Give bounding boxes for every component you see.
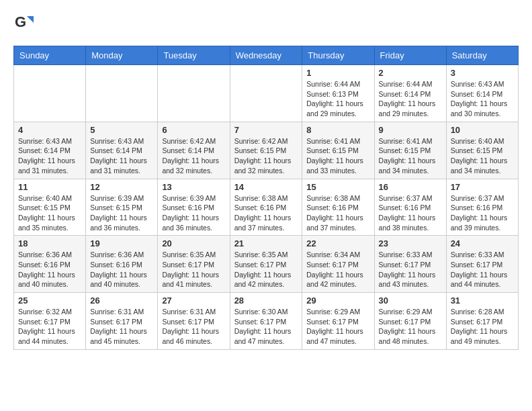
calendar-cell: 7Sunrise: 6:42 AMSunset: 6:15 PMDaylight… — [230, 122, 302, 179]
calendar-cell: 10Sunrise: 6:40 AMSunset: 6:15 PMDayligh… — [446, 122, 518, 179]
calendar-cell: 24Sunrise: 6:33 AMSunset: 6:17 PMDayligh… — [446, 236, 518, 293]
calendar-cell: 28Sunrise: 6:30 AMSunset: 6:17 PMDayligh… — [230, 293, 302, 350]
weekday-header-wednesday: Wednesday — [230, 46, 302, 65]
day-info: Sunrise: 6:34 AMSunset: 6:17 PMDaylight:… — [306, 250, 369, 289]
day-info: Sunrise: 6:39 AMSunset: 6:16 PMDaylight:… — [162, 193, 225, 233]
day-number: 1 — [306, 68, 369, 78]
day-number: 6 — [162, 125, 225, 135]
day-number: 17 — [451, 182, 514, 192]
day-number: 25 — [18, 295, 81, 306]
calendar-cell: 26Sunrise: 6:31 AMSunset: 6:17 PMDayligh… — [86, 293, 158, 350]
day-number: 21 — [234, 238, 298, 248]
weekday-header-sunday: Sunday — [14, 46, 86, 65]
day-info: Sunrise: 6:37 AMSunset: 6:16 PMDaylight:… — [451, 193, 514, 233]
calendar-cell: 27Sunrise: 6:31 AMSunset: 6:17 PMDayligh… — [158, 293, 230, 350]
calendar-cell: 14Sunrise: 6:38 AMSunset: 6:16 PMDayligh… — [230, 179, 302, 236]
calendar-week-row: 4Sunrise: 6:43 AMSunset: 6:14 PMDaylight… — [14, 122, 519, 179]
calendar-cell — [14, 65, 86, 122]
page-header: G — [13, 13, 519, 35]
weekday-header-thursday: Thursday — [302, 46, 374, 65]
day-number: 5 — [90, 125, 153, 135]
day-number: 28 — [234, 295, 298, 306]
day-info: Sunrise: 6:42 AMSunset: 6:15 PMDaylight:… — [234, 136, 298, 176]
day-info: Sunrise: 6:38 AMSunset: 6:16 PMDaylight:… — [306, 193, 369, 233]
day-number: 13 — [162, 182, 225, 192]
day-number: 30 — [379, 295, 442, 306]
day-info: Sunrise: 6:40 AMSunset: 6:15 PMDaylight:… — [18, 193, 81, 233]
calendar-cell: 9Sunrise: 6:41 AMSunset: 6:15 PMDaylight… — [374, 122, 446, 179]
weekday-header-saturday: Saturday — [446, 46, 518, 65]
day-info: Sunrise: 6:36 AMSunset: 6:16 PMDaylight:… — [18, 250, 81, 289]
day-number: 22 — [306, 238, 369, 248]
day-number: 8 — [306, 125, 369, 135]
day-number: 27 — [162, 295, 225, 306]
day-info: Sunrise: 6:30 AMSunset: 6:17 PMDaylight:… — [234, 307, 298, 347]
day-number: 15 — [306, 182, 369, 192]
day-info: Sunrise: 6:40 AMSunset: 6:15 PMDaylight:… — [451, 136, 514, 176]
calendar-cell: 5Sunrise: 6:43 AMSunset: 6:14 PMDaylight… — [86, 122, 158, 179]
logo: G — [13, 13, 36, 35]
calendar-week-row: 11Sunrise: 6:40 AMSunset: 6:15 PMDayligh… — [14, 179, 519, 236]
day-info: Sunrise: 6:44 AMSunset: 6:13 PMDaylight:… — [306, 79, 369, 119]
logo-icon: G — [13, 13, 34, 35]
calendar-cell — [230, 65, 302, 122]
calendar-cell: 17Sunrise: 6:37 AMSunset: 6:16 PMDayligh… — [446, 179, 518, 236]
day-info: Sunrise: 6:37 AMSunset: 6:16 PMDaylight:… — [379, 193, 442, 233]
day-info: Sunrise: 6:32 AMSunset: 6:17 PMDaylight:… — [18, 307, 81, 347]
calendar-table: SundayMondayTuesdayWednesdayThursdayFrid… — [13, 46, 519, 350]
svg-text:G: G — [15, 13, 26, 30]
day-info: Sunrise: 6:38 AMSunset: 6:16 PMDaylight:… — [234, 193, 298, 233]
day-info: Sunrise: 6:41 AMSunset: 6:15 PMDaylight:… — [379, 136, 442, 176]
calendar-cell: 15Sunrise: 6:38 AMSunset: 6:16 PMDayligh… — [302, 179, 374, 236]
day-info: Sunrise: 6:35 AMSunset: 6:17 PMDaylight:… — [234, 250, 298, 289]
calendar-cell: 13Sunrise: 6:39 AMSunset: 6:16 PMDayligh… — [158, 179, 230, 236]
day-number: 10 — [451, 125, 514, 135]
calendar-cell: 23Sunrise: 6:33 AMSunset: 6:17 PMDayligh… — [374, 236, 446, 293]
svg-marker-1 — [27, 16, 34, 23]
calendar-week-row: 25Sunrise: 6:32 AMSunset: 6:17 PMDayligh… — [14, 293, 519, 350]
day-info: Sunrise: 6:43 AMSunset: 6:14 PMDaylight:… — [90, 136, 153, 176]
calendar-cell: 1Sunrise: 6:44 AMSunset: 6:13 PMDaylight… — [302, 65, 374, 122]
calendar-cell: 20Sunrise: 6:35 AMSunset: 6:17 PMDayligh… — [158, 236, 230, 293]
calendar-cell: 18Sunrise: 6:36 AMSunset: 6:16 PMDayligh… — [14, 236, 86, 293]
day-number: 29 — [306, 295, 369, 306]
day-info: Sunrise: 6:33 AMSunset: 6:17 PMDaylight:… — [451, 250, 514, 289]
calendar-cell: 2Sunrise: 6:44 AMSunset: 6:14 PMDaylight… — [374, 65, 446, 122]
calendar-week-row: 1Sunrise: 6:44 AMSunset: 6:13 PMDaylight… — [14, 65, 519, 122]
day-info: Sunrise: 6:41 AMSunset: 6:15 PMDaylight:… — [306, 136, 369, 176]
calendar-cell: 12Sunrise: 6:39 AMSunset: 6:15 PMDayligh… — [86, 179, 158, 236]
calendar-cell: 22Sunrise: 6:34 AMSunset: 6:17 PMDayligh… — [302, 236, 374, 293]
calendar-cell: 25Sunrise: 6:32 AMSunset: 6:17 PMDayligh… — [14, 293, 86, 350]
day-info: Sunrise: 6:35 AMSunset: 6:17 PMDaylight:… — [162, 250, 225, 289]
day-info: Sunrise: 6:28 AMSunset: 6:17 PMDaylight:… — [451, 307, 514, 347]
day-number: 7 — [234, 125, 298, 135]
calendar-cell: 6Sunrise: 6:42 AMSunset: 6:14 PMDaylight… — [158, 122, 230, 179]
day-info: Sunrise: 6:36 AMSunset: 6:16 PMDaylight:… — [90, 250, 153, 289]
day-number: 2 — [379, 68, 442, 78]
day-number: 14 — [234, 182, 298, 192]
day-number: 16 — [379, 182, 442, 192]
calendar-cell — [86, 65, 158, 122]
calendar-cell: 31Sunrise: 6:28 AMSunset: 6:17 PMDayligh… — [446, 293, 518, 350]
day-info: Sunrise: 6:43 AMSunset: 6:14 PMDaylight:… — [451, 79, 514, 119]
day-info: Sunrise: 6:43 AMSunset: 6:14 PMDaylight:… — [18, 136, 81, 176]
weekday-header-friday: Friday — [374, 46, 446, 65]
day-number: 19 — [90, 238, 153, 248]
day-number: 12 — [90, 182, 153, 192]
day-info: Sunrise: 6:33 AMSunset: 6:17 PMDaylight:… — [379, 250, 442, 289]
day-info: Sunrise: 6:29 AMSunset: 6:17 PMDaylight:… — [379, 307, 442, 347]
day-info: Sunrise: 6:39 AMSunset: 6:15 PMDaylight:… — [90, 193, 153, 233]
calendar-cell: 21Sunrise: 6:35 AMSunset: 6:17 PMDayligh… — [230, 236, 302, 293]
weekday-header-monday: Monday — [86, 46, 158, 65]
day-number: 4 — [18, 125, 81, 135]
day-info: Sunrise: 6:42 AMSunset: 6:14 PMDaylight:… — [162, 136, 225, 176]
calendar-cell: 11Sunrise: 6:40 AMSunset: 6:15 PMDayligh… — [14, 179, 86, 236]
day-number: 26 — [90, 295, 153, 306]
calendar-cell: 30Sunrise: 6:29 AMSunset: 6:17 PMDayligh… — [374, 293, 446, 350]
day-number: 9 — [379, 125, 442, 135]
day-number: 18 — [18, 238, 81, 248]
calendar-cell: 19Sunrise: 6:36 AMSunset: 6:16 PMDayligh… — [86, 236, 158, 293]
day-info: Sunrise: 6:29 AMSunset: 6:17 PMDaylight:… — [306, 307, 369, 347]
calendar-cell: 4Sunrise: 6:43 AMSunset: 6:14 PMDaylight… — [14, 122, 86, 179]
day-number: 31 — [451, 295, 514, 306]
